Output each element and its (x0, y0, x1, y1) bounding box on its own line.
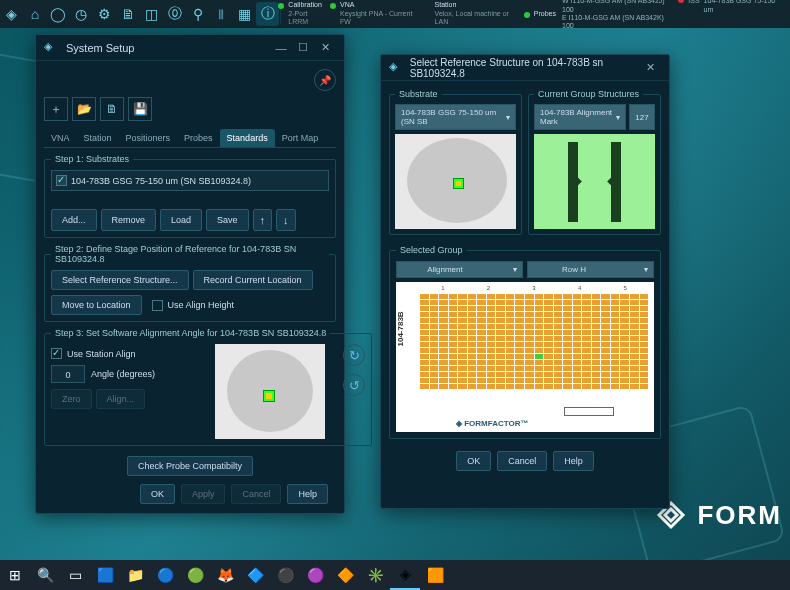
warning-icon[interactable]: ⓪ (163, 2, 186, 26)
substrate-checkbox[interactable] (56, 175, 67, 186)
pin-button[interactable]: 📌 (314, 69, 336, 91)
group-dropdown[interactable]: 104-783B Alignment Mark▾ (534, 104, 626, 130)
window-title: System Setup (66, 42, 134, 54)
status-vna: VNAKeysight PNA - Current FW (334, 1, 429, 26)
status-calibration: Calibration2-Port LRRM (282, 1, 334, 26)
cancel-button[interactable]: Cancel (497, 451, 547, 471)
open-button[interactable]: 📂 (72, 97, 96, 121)
taskbar: ⊞ 🔍 ▭ 🟦 📁 🔵 🟢 🦊 🔷 ⚫ 🟣 🔶 ✳️ ◈ 🟧 (0, 560, 790, 590)
explorer-icon[interactable]: 📁 (120, 560, 150, 590)
use-station-checkbox[interactable] (51, 348, 62, 359)
step3-fieldset: Step 3: Set Software Alignment Angle for… (44, 328, 372, 446)
select-ref-button[interactable]: Select Reference Structure... (51, 270, 189, 290)
settings-icon[interactable]: ⚙ (93, 2, 116, 26)
close-button[interactable]: ✕ (641, 59, 661, 77)
app-icon[interactable]: 🔷 (240, 560, 270, 590)
edge-icon[interactable]: 🔵 (150, 560, 180, 590)
minimize-button[interactable]: — (270, 39, 292, 57)
info-icon[interactable]: ⓘ (256, 2, 279, 26)
ok-button[interactable]: OK (456, 451, 491, 471)
step2-fieldset: Step 2: Define Stage Position of Referen… (44, 244, 336, 322)
substrate-label: 104-783B GSG 75-150 um (SN SB109324.8) (71, 176, 251, 186)
new-button[interactable]: ＋ (44, 97, 68, 121)
align-icon[interactable]: ▦ (233, 2, 256, 26)
tab-portmap[interactable]: Port Map (275, 129, 326, 147)
saveas-button[interactable]: 💾 (128, 97, 152, 121)
save-substrate-button[interactable]: Save (206, 209, 249, 231)
search-button[interactable]: 🔍 (30, 560, 60, 590)
app-icon[interactable]: ⚫ (270, 560, 300, 590)
app-icon[interactable]: ◈ (390, 560, 420, 590)
tab-vna[interactable]: VNA (44, 129, 77, 147)
tab-positioners[interactable]: Positioners (119, 129, 178, 147)
die-map[interactable]: 104-783B 12345 ◈ FORMFACTOR™ (396, 282, 654, 432)
layers-icon[interactable]: ◫ (140, 2, 163, 26)
wafer-preview (215, 344, 325, 439)
down-button[interactable]: ↓ (276, 209, 296, 231)
home-icon[interactable]: ⌂ (23, 2, 46, 26)
current-group-fieldset: Current Group Structures 104-783B Alignm… (528, 89, 661, 235)
tab-station[interactable]: Station (77, 129, 119, 147)
alignment-preview (534, 134, 655, 229)
substrate-fieldset: Substrate 104-783B GSG 75-150 um (SN SB▾ (389, 89, 522, 235)
firefox-icon[interactable]: 🦊 (210, 560, 240, 590)
align-button[interactable]: Align... (96, 389, 146, 409)
system-setup-window: ◈ System Setup — ☐ ✕ 📌 ＋ 📂 🗎 💾 VNA Stati… (35, 34, 345, 514)
app-topbar: ◈ ⌂ ◯ ◷ ⚙ 🗎 ◫ ⓪ ⚲ ⫴ ▦ ⓘ Calibration2-Por… (0, 0, 790, 28)
row-dropdown[interactable]: Row H▾ (527, 261, 654, 278)
user-icon[interactable]: ◯ (47, 2, 70, 26)
help-button[interactable]: Help (553, 451, 594, 471)
taskview-button[interactable]: ▭ (60, 560, 90, 590)
substrate-preview (395, 134, 516, 229)
save-button[interactable]: 🗎 (100, 97, 124, 121)
status-station: StationVelox, Local machine or LAN (429, 1, 528, 26)
gauge-icon[interactable]: ◷ (70, 2, 93, 26)
app-logo-icon: ◈ (0, 2, 23, 26)
rotate-ccw-button[interactable]: ↺ (343, 374, 365, 396)
apply-button[interactable]: Apply (181, 484, 226, 504)
move-location-button[interactable]: Move to Location (51, 295, 142, 315)
angle-input[interactable]: 0 (51, 365, 85, 383)
reference-window: ◈ Select Reference Structure on 104-783B… (380, 54, 670, 509)
window-title: Select Reference Structure on 104-783B s… (410, 57, 641, 79)
app-icon[interactable]: 🔶 (330, 560, 360, 590)
alignment-dropdown[interactable]: Alignment▾ (396, 261, 523, 278)
load-button[interactable]: Load (160, 209, 202, 231)
close-button[interactable]: ✕ (314, 39, 336, 57)
maximize-button[interactable]: ☐ (292, 39, 314, 57)
ok-button[interactable]: OK (140, 484, 175, 504)
check-compat-button[interactable]: Check Probe Compatibilty (127, 456, 253, 476)
window-icon: ◈ (44, 40, 60, 56)
cancel-button[interactable]: Cancel (231, 484, 281, 504)
substrate-row[interactable]: 104-783B GSG 75-150 um (SN SB109324.8) (51, 170, 329, 191)
up-button[interactable]: ↑ (253, 209, 273, 231)
align-height-checkbox[interactable] (152, 300, 163, 311)
tab-standards[interactable]: Standards (220, 129, 275, 147)
app-icon[interactable]: ✳️ (360, 560, 390, 590)
pin-icon[interactable]: ⚲ (186, 2, 209, 26)
rotate-cw-button[interactable]: ↻ (343, 344, 365, 366)
app-icon[interactable]: 🟦 (90, 560, 120, 590)
window-icon: ◈ (389, 60, 404, 76)
substrate-dropdown[interactable]: 104-783B GSG 75-150 um (SN SB▾ (395, 104, 516, 130)
selected-group-fieldset: Selected Group Alignment▾ Row H▾ 104-783… (389, 245, 661, 439)
help-button[interactable]: Help (287, 484, 328, 504)
start-button[interactable]: ⊞ (0, 560, 30, 590)
remove-button[interactable]: Remove (101, 209, 157, 231)
group-count: 127 (629, 104, 655, 130)
status-probes: Probes (528, 10, 562, 18)
record-location-button[interactable]: Record Current Location (193, 270, 313, 290)
powerpoint-icon[interactable]: 🟧 (420, 560, 450, 590)
tune-icon[interactable]: ⫴ (210, 2, 233, 26)
setup-tabs: VNA Station Positioners Probes Standards… (44, 129, 336, 148)
zero-button[interactable]: Zero (51, 389, 92, 409)
brand-logo: FORM (651, 495, 782, 535)
app-icon[interactable]: 🟢 (180, 560, 210, 590)
add-button[interactable]: Add... (51, 209, 97, 231)
doc-icon[interactable]: 🗎 (116, 2, 139, 26)
align-height-label: Use Align Height (168, 300, 235, 310)
tab-probes[interactable]: Probes (177, 129, 220, 147)
step1-fieldset: Step 1: Substrates 104-783B GSG 75-150 u… (44, 154, 336, 238)
app-icon[interactable]: 🟣 (300, 560, 330, 590)
